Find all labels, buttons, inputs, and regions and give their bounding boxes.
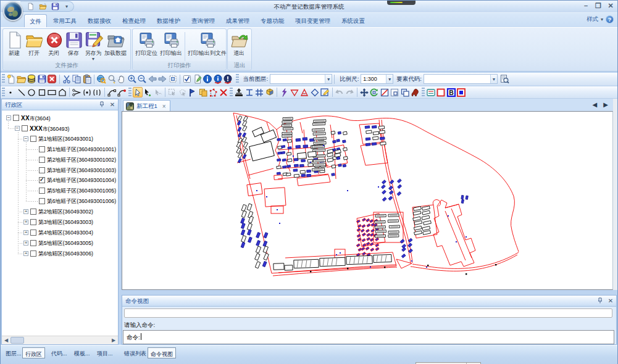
copy-icon[interactable]	[72, 74, 82, 85]
open-folder-icon[interactable]	[17, 74, 27, 85]
panel-close-icon[interactable]: ✕	[607, 297, 614, 304]
expand-icon[interactable]: +	[23, 220, 28, 225]
expand-icon[interactable]: +	[23, 241, 28, 246]
delete-x-icon[interactable]	[219, 87, 229, 97]
scale-combo[interactable]: 1:300▼	[361, 74, 393, 84]
database-icon[interactable]	[27, 74, 37, 85]
ribbon-tab-8[interactable]: 专题功能	[256, 14, 289, 27]
tree-checkbox[interactable]	[30, 230, 36, 236]
split-cut-icon[interactable]	[72, 87, 82, 97]
tree-item-label[interactable]: 第1地籍区(360493001)	[38, 136, 93, 143]
scrollbar-thumb[interactable]	[10, 337, 24, 344]
chevron-down-icon[interactable]: ▼	[490, 75, 497, 83]
select-rect-gray-icon[interactable]	[167, 87, 178, 97]
zoom-out-icon[interactable]	[137, 74, 148, 85]
status-tab[interactable]: 项目...	[94, 347, 115, 358]
tab-nav-prev-icon[interactable]: ◀	[593, 101, 598, 108]
select-cursor-icon[interactable]	[133, 87, 143, 97]
collapse-icon[interactable]: −	[15, 126, 20, 131]
tree-item-label[interactable]: 第4地籍区(360493004)	[38, 230, 93, 237]
info-icon[interactable]	[203, 74, 213, 85]
open-file-icon[interactable]	[39, 2, 48, 11]
qat-more-icon[interactable]: ▾	[64, 4, 70, 9]
pick-arrow-icon[interactable]	[143, 87, 153, 97]
pan-hand-icon[interactable]	[117, 74, 127, 85]
ribbon-button[interactable]: 另存为▼	[83, 30, 103, 62]
redo-icon[interactable]	[344, 87, 355, 97]
status-tab[interactable]: 代码...	[49, 347, 70, 358]
minimize-button[interactable]: –	[582, 2, 590, 9]
close-button[interactable]: ✕	[606, 2, 615, 9]
vertex-pen2-icon[interactable]	[117, 87, 127, 97]
sq-red-icon[interactable]	[436, 87, 446, 97]
tree-checkbox[interactable]	[30, 240, 36, 246]
undo-icon[interactable]	[335, 87, 345, 97]
document-tab[interactable]: 新工程1 ×	[123, 100, 170, 111]
pick-arrow-gray-icon[interactable]	[153, 87, 164, 97]
command-input[interactable]: 命令:	[123, 330, 614, 344]
list-box-icon[interactable]	[426, 87, 436, 97]
ribbon-tab-9[interactable]: 项目变更管理	[290, 14, 335, 27]
squiggle-icon[interactable]	[279, 87, 290, 97]
edit-square-icon[interactable]	[320, 87, 330, 97]
chevron-down-icon[interactable]: ▼	[325, 75, 332, 83]
tree-item-label[interactable]: 第3地籍区(360493003)	[38, 219, 93, 226]
ribbon-button[interactable]: 保存	[64, 30, 83, 62]
align-hash-icon[interactable]	[254, 87, 265, 97]
tree-item-label[interactable]: 第6地籍子区(360493001006)	[47, 198, 116, 205]
check-box-icon[interactable]	[182, 74, 193, 85]
sq-in-sq-icon[interactable]	[390, 87, 400, 97]
doc-pencil-icon[interactable]	[193, 74, 203, 85]
z-rect-icon[interactable]	[380, 87, 390, 97]
flag-blue-icon[interactable]	[188, 87, 198, 97]
map-canvas[interactable]	[122, 111, 613, 290]
find-globe-icon[interactable]	[96, 74, 107, 85]
status-tab[interactable]: 图层...	[3, 347, 24, 358]
ribbon-button[interactable]: 退出	[229, 30, 249, 59]
draw-polygon-icon[interactable]	[57, 87, 68, 97]
draw-square-icon[interactable]	[37, 87, 48, 97]
restore-button[interactable]: ❐	[594, 2, 603, 9]
select-poly-gray-icon[interactable]	[178, 87, 188, 97]
status-tab[interactable]: 模板...	[72, 347, 93, 358]
tree-checkbox[interactable]	[13, 115, 19, 121]
command-history-box[interactable]	[124, 308, 612, 318]
nav-forward-icon[interactable]	[157, 74, 168, 85]
tree-item-label[interactable]: 第2地籍区(360493002)	[38, 209, 93, 216]
nav-back-icon[interactable]	[148, 74, 158, 85]
new-file-icon[interactable]	[6, 74, 17, 85]
new-file-icon[interactable]	[27, 2, 35, 11]
find-code-icon[interactable]	[499, 74, 510, 85]
tree-horizontal-scrollbar[interactable]: ◀ ▶	[2, 336, 118, 344]
scissors-icon[interactable]	[62, 74, 72, 85]
tri-a-icon[interactable]	[299, 87, 310, 97]
tree-item-label[interactable]: 第6地籍区(360493006)	[38, 250, 93, 258]
align-i-icon[interactable]	[244, 87, 255, 97]
diamond-icon[interactable]	[310, 87, 320, 97]
cube-icon[interactable]	[265, 87, 275, 97]
ribbon-tab-1[interactable]: 文件	[24, 14, 47, 27]
tree-checkbox[interactable]	[39, 146, 45, 152]
ribbon-tab-7[interactable]: 成果管理	[221, 14, 254, 27]
collapse-icon[interactable]: −	[23, 136, 28, 141]
chevron-down-icon[interactable]: ▼	[386, 75, 393, 83]
sq-bluefill-icon[interactable]	[456, 87, 467, 97]
tree-item-label[interactable]: 第4地籍子区(360493001004)	[47, 177, 116, 184]
draw-line-icon[interactable]	[17, 87, 27, 97]
ribbon-tab-2[interactable]: 常用工具	[48, 14, 81, 27]
tree-checkbox[interactable]	[30, 209, 36, 215]
scroll-left-icon[interactable]: ◀	[2, 337, 10, 344]
ribbon-tab-4[interactable]: 检查处理	[117, 14, 151, 27]
tree-checkbox[interactable]	[22, 125, 28, 131]
ribbon-tab-3[interactable]: 数据接收	[83, 14, 116, 27]
tree-item-label[interactable]: 第5地籍区(360493005)	[38, 240, 93, 247]
floppy-icon[interactable]	[37, 74, 48, 85]
split-h1-icon[interactable]	[82, 87, 93, 97]
move-nodes-icon[interactable]	[208, 87, 219, 97]
close-red-icon[interactable]	[47, 74, 57, 85]
ribbon-button[interactable]: 加载数据	[103, 30, 128, 62]
tree-checkbox[interactable]: ✓	[39, 177, 45, 183]
feature-code-combo[interactable]: ▼	[424, 74, 498, 84]
tree-checkbox[interactable]	[39, 198, 45, 204]
status-tab[interactable]: 命令视图	[148, 347, 176, 358]
